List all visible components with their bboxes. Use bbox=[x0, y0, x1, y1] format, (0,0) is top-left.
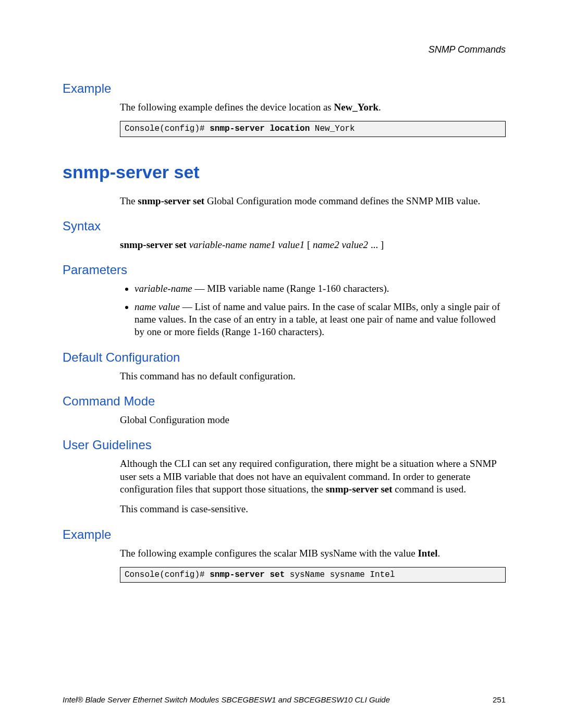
running-header: SNMP Commands bbox=[63, 44, 506, 55]
param-term: variable-name bbox=[134, 283, 192, 294]
heading-default-configuration: Default Configuration bbox=[63, 350, 506, 365]
text: The bbox=[120, 195, 138, 206]
text-bold: Intel bbox=[418, 548, 437, 559]
param-term: name value bbox=[134, 301, 180, 312]
heading-example-1: Example bbox=[63, 81, 506, 96]
example2-intro: The following example configures the sca… bbox=[120, 547, 506, 560]
syntax-line: snmp-server set variable-name name1 valu… bbox=[120, 239, 506, 251]
footer-title: Intel® Blade Server Ethernet Switch Modu… bbox=[63, 695, 390, 704]
code-arg: sysName sysname Intel bbox=[285, 570, 395, 579]
code-arg: New_York bbox=[310, 124, 354, 133]
text-bold: New_York bbox=[334, 102, 378, 113]
default-config-body: This command has no default configuratio… bbox=[120, 370, 506, 382]
parameter-list: variable-name — MIB variable name (Range… bbox=[120, 282, 506, 338]
syntax-args2: name2 value2 bbox=[313, 239, 368, 250]
text: The following example defines the device… bbox=[120, 102, 334, 113]
page-number: 251 bbox=[493, 695, 506, 704]
list-item: variable-name — MIB variable name (Range… bbox=[134, 282, 506, 295]
example1-body: The following example defines the device… bbox=[120, 101, 506, 137]
heading-example-2: Example bbox=[63, 527, 506, 542]
text: command is used. bbox=[393, 484, 466, 495]
command-mode-body: Global Configuration mode bbox=[120, 414, 506, 426]
syntax-body: snmp-server set variable-name name1 valu… bbox=[120, 239, 506, 251]
user-guidelines-p2: This command is case-sensitive. bbox=[120, 503, 506, 515]
param-desc: — List of name and value pairs. In the c… bbox=[134, 301, 500, 338]
syntax-cmd: snmp-server set bbox=[120, 239, 187, 250]
param-desc: — MIB variable name (Range 1-160 charact… bbox=[192, 283, 389, 294]
syntax-tail: ... ] bbox=[368, 239, 384, 250]
command-mode-text: Global Configuration mode bbox=[120, 414, 506, 426]
example1-intro: The following example defines the device… bbox=[120, 101, 506, 114]
text-bold: snmp-server set bbox=[326, 484, 393, 495]
text: Global Configuration mode command define… bbox=[204, 195, 480, 206]
user-guidelines-body: Although the CLI can set any required co… bbox=[120, 458, 506, 515]
command-title: snmp-server set bbox=[63, 162, 506, 182]
syntax-args1: variable-name name1 value1 bbox=[187, 239, 304, 250]
text-bold: snmp-server set bbox=[138, 195, 204, 206]
text: . bbox=[378, 102, 381, 113]
heading-syntax: Syntax bbox=[63, 219, 506, 233]
heading-parameters: Parameters bbox=[63, 263, 506, 277]
parameters-body: variable-name — MIB variable name (Range… bbox=[120, 282, 506, 338]
heading-command-mode: Command Mode bbox=[63, 394, 506, 409]
user-guidelines-p1: Although the CLI can set any required co… bbox=[120, 458, 506, 496]
text: The following example configures the sca… bbox=[120, 548, 418, 559]
code-example-1: Console(config)# snmp-server location Ne… bbox=[120, 121, 506, 137]
example2-body: The following example configures the sca… bbox=[120, 547, 506, 583]
text: . bbox=[437, 548, 440, 559]
code-command: snmp-server set bbox=[210, 570, 285, 579]
page-footer: Intel® Blade Server Ethernet Switch Modu… bbox=[63, 695, 506, 704]
default-config-text: This command has no default configuratio… bbox=[120, 370, 506, 382]
code-prompt: Console(config)# bbox=[125, 124, 210, 133]
code-command: snmp-server location bbox=[210, 124, 310, 133]
list-item: name value — List of name and value pair… bbox=[134, 301, 506, 339]
command-desc: The snmp-server set Global Configuration… bbox=[120, 195, 506, 207]
command-desc-text: The snmp-server set Global Configuration… bbox=[120, 195, 506, 207]
heading-user-guidelines: User Guidelines bbox=[63, 438, 506, 452]
code-example-2: Console(config)# snmp-server set sysName… bbox=[120, 567, 506, 583]
code-prompt: Console(config)# bbox=[125, 570, 210, 579]
page: SNMP Commands Example The following exam… bbox=[0, 0, 563, 728]
syntax-bracket: [ bbox=[304, 239, 313, 250]
